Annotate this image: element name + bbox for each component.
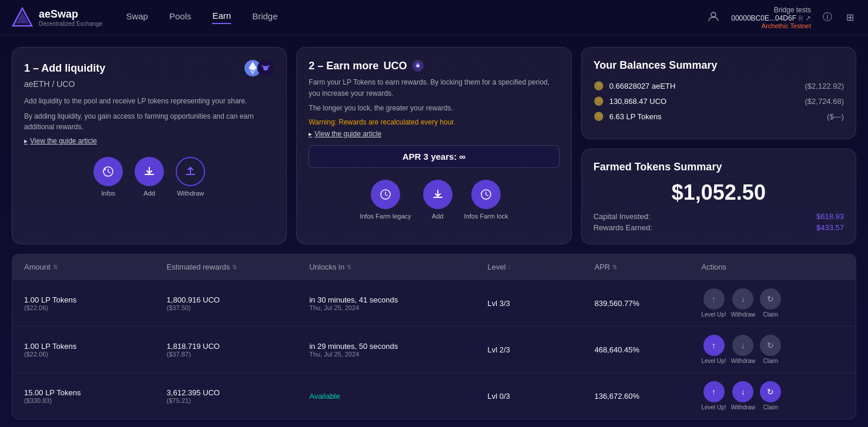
nav-pools[interactable]: Pools	[169, 11, 192, 23]
row1-claim-btn[interactable]: ↻	[760, 335, 781, 356]
grid-icon-btn[interactable]: ⊞	[844, 9, 856, 25]
table-row: 1.00 LP Tokens ($22.06) 1,800.916 UCO ($…	[12, 280, 856, 326]
balance-usd-1: ($2,724.68)	[805, 97, 844, 106]
card1-add-label: Add	[143, 190, 155, 197]
logo-icon	[12, 7, 33, 28]
card1-guide-link[interactable]: ▸ View the guide article	[24, 137, 274, 145]
row0-amount-usd: ($22.06)	[24, 304, 167, 311]
card2-infos-farm-lock-wrap: Infos Farm lock	[464, 180, 508, 220]
wallet-icon-2: 🪙	[594, 112, 604, 121]
positions-table: Amount ⇅ Estimated rewards ⇅ Unlocks in …	[12, 254, 856, 419]
navbar: aeSwap Decentralized Exchange Swap Pools…	[0, 0, 868, 35]
svg-point-2	[711, 12, 716, 17]
uco-rocket-icon	[411, 59, 424, 72]
bridge-tests-area: Bridge tests 00000BC0E...04D6F ⎘ ↗ Arche…	[731, 6, 811, 29]
sort-icon-level[interactable]: ↓	[508, 264, 511, 270]
row0-withdraw-btn[interactable]: ↓	[732, 288, 753, 310]
card1-infos-btn[interactable]	[93, 157, 123, 186]
sort-icon-apr[interactable]: ⇅	[612, 264, 617, 270]
card1-add-btn[interactable]	[135, 157, 164, 186]
card2-desc2: The longer you lock, the greater your re…	[309, 103, 559, 114]
external-link-icon[interactable]: ↗	[805, 14, 811, 22]
copy-icon[interactable]: ⎘	[799, 14, 803, 22]
card2-action-buttons: Infos Farm legacy Add	[309, 180, 559, 220]
row0-unlocks: in 30 minutes, 41 seconds	[309, 295, 487, 304]
info-icon-btn[interactable]: ⓘ	[820, 9, 835, 26]
logo-title: aeSwap	[39, 8, 102, 21]
row1-claim-wrap: ↻ Claim	[760, 335, 781, 364]
row2-amount-cell: 15.00 LP Tokens ($330.83)	[24, 388, 167, 404]
row2-claim-btn[interactable]: ↻	[760, 381, 781, 402]
svg-point-7	[263, 66, 268, 70]
card1-action-buttons: Infos Add	[24, 157, 274, 197]
row0-level: Lvl 3/3	[487, 299, 594, 308]
row1-amount-cell: 1.00 LP Tokens ($22.06)	[24, 342, 167, 358]
table-row: 15.00 LP Tokens ($330.83) 3,612.395 UCO …	[12, 372, 856, 419]
row0-unlocks-cell: in 30 minutes, 41 seconds Thu, Jul 25, 2…	[309, 295, 487, 311]
card2-guide-link[interactable]: ▸ View the guide article	[309, 130, 559, 138]
row1-levelup-label: Level Up!	[701, 358, 726, 364]
row0-levelup-btn[interactable]: ↑	[703, 288, 725, 310]
apr-badge: APR 3 years: ∞	[309, 145, 559, 168]
row0-amount-cell: 1.00 LP Tokens ($22.06)	[24, 295, 167, 311]
th-apr: APR ⇅	[594, 263, 701, 271]
balance-row-2: 🪙 6.63 LP Tokens ($—)	[594, 112, 844, 121]
nav-earn[interactable]: Earn	[212, 11, 231, 24]
row2-withdraw-btn[interactable]: ↓	[732, 381, 753, 402]
card2-infos-farm-legacy-btn[interactable]	[371, 180, 400, 209]
row0-apr: 839,560.77%	[594, 299, 701, 308]
token-icons	[244, 59, 274, 77]
farmed-rewards-row: Rewards Earned: $433.57	[594, 223, 844, 232]
row0-claim-btn[interactable]: ↻	[760, 288, 781, 310]
sort-icon-amount[interactable]: ⇅	[53, 264, 58, 270]
nav-swap[interactable]: Swap	[126, 11, 148, 23]
download-icon-2	[431, 188, 444, 201]
capital-value: $618.93	[816, 212, 844, 221]
card2-title-row: 2 – Earn more UCO	[309, 59, 559, 72]
balance-row-0: 🪙 0.66828027 aeETH ($2,122.92)	[594, 81, 844, 90]
wallet-icon-1: 🪙	[594, 96, 604, 106]
nav-links: Swap Pools Earn Bridge	[126, 11, 705, 24]
farmed-title: Farmed Tokens Summary	[594, 161, 844, 173]
row1-withdraw-btn[interactable]: ↓	[732, 335, 753, 356]
chevron-right-icon: ▸	[24, 137, 28, 145]
sort-icon-rewards[interactable]: ⇅	[232, 264, 237, 270]
row1-unlocks: in 29 minutes, 50 seconds	[309, 342, 487, 351]
balance-row-1: 🪙 130,868.47 UCO ($2,724.68)	[594, 96, 844, 106]
card2-add-btn[interactable]	[423, 180, 453, 209]
row2-amount-usd: ($330.83)	[24, 397, 167, 404]
row0-rewards-cell: 1,800.916 UCO ($37.50)	[167, 295, 310, 311]
balance-usd-0: ($2,122.92)	[805, 82, 844, 90]
row1-withdraw-label: Withdraw	[731, 358, 756, 364]
row0-actions: ↑ Level Up! ↓ Withdraw ↻ Claim	[701, 288, 844, 318]
row2-actions: ↑ Level Up! ↓ Withdraw ↻ Claim	[701, 381, 844, 411]
main-content: 1 – Add liquidity aeETH / UCO Add liquid…	[0, 35, 868, 427]
card2-warning: Warning: Rewards are recalculated every …	[309, 118, 559, 126]
user-icon-btn[interactable]	[705, 8, 722, 27]
card2-step: 2 – Earn more	[309, 60, 378, 72]
row2-levelup-wrap: ↑ Level Up!	[701, 381, 726, 411]
card-earn-uco: 2 – Earn more UCO Farm your LP Tokens to…	[296, 47, 571, 244]
upload-icon	[184, 165, 197, 178]
row0-levelup-label: Level Up!	[701, 311, 726, 318]
row2-levelup-btn[interactable]: ↑	[703, 381, 725, 402]
table-row: 1.00 LP Tokens ($22.06) 1,818.719 UCO ($…	[12, 326, 856, 372]
card2-infos-farm-lock-btn[interactable]	[471, 180, 501, 209]
balance-amount-0: 0.66828027 aeETH	[609, 82, 799, 90]
sort-icon-unlocks[interactable]: ⇅	[347, 264, 351, 270]
refresh-icon-3	[480, 188, 492, 201]
row2-withdraw-wrap: ↓ Withdraw	[731, 381, 756, 411]
card1-title: 1 – Add liquidity	[24, 62, 105, 75]
card2-token: UCO	[383, 60, 407, 72]
svg-point-11	[417, 65, 419, 67]
card-add-liquidity: 1 – Add liquidity aeETH / UCO Add liquid…	[12, 47, 287, 244]
nav-bridge[interactable]: Bridge	[252, 11, 277, 23]
row1-withdraw-wrap: ↓ Withdraw	[731, 335, 756, 364]
card1-pair: aeETH / UCO	[24, 79, 274, 89]
row1-claim-label: Claim	[763, 358, 779, 364]
bridge-address: 00000BC0E...04D6F ⎘ ↗	[731, 14, 811, 22]
row1-levelup-btn[interactable]: ↑	[703, 335, 725, 356]
row2-rewards-cell: 3,612.395 UCO ($75.21)	[167, 388, 310, 404]
card1-withdraw-btn[interactable]	[176, 157, 205, 186]
nav-right: Bridge tests 00000BC0E...04D6F ⎘ ↗ Arche…	[705, 6, 856, 29]
